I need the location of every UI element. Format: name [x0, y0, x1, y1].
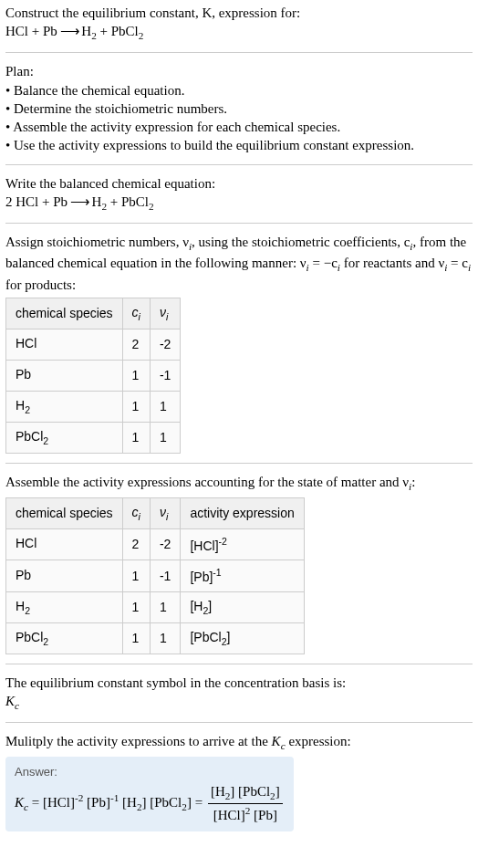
kc-sub: c — [15, 700, 19, 711]
plan-item: • Assemble the activity expression for e… — [5, 118, 473, 136]
assign-text: for reactants and ν — [340, 256, 444, 270]
cell-c: 1 — [122, 622, 150, 654]
table-row: H2 1 1 — [6, 391, 181, 422]
cell-activity: [Pb]-1 — [181, 560, 304, 592]
sub: 2 — [149, 201, 154, 212]
assign-block: Assign stoichiometric numbers, νi, using… — [5, 233, 473, 294]
divider — [5, 223, 473, 224]
sub-i: i — [468, 262, 471, 273]
cell-species: HCl — [6, 528, 123, 560]
cell-v: 1 — [150, 591, 180, 622]
assign-text: = −c — [309, 256, 338, 270]
cell-v: 1 — [150, 422, 180, 453]
cell-species: H2 — [6, 591, 123, 622]
multiply-text: Mulitply the activity expressions to arr… — [5, 734, 272, 748]
eq-text: ] [PbCl — [142, 795, 182, 810]
cell-species: H2 — [6, 391, 123, 422]
fraction-numerator: [H2] [PbCl2] — [208, 782, 283, 804]
balanced-left: 2 HCl + Pb — [5, 194, 68, 209]
cell-species: PbCl2 — [6, 622, 123, 654]
cell-v: 1 — [150, 391, 180, 422]
eq-text: = [HCl] — [28, 795, 75, 810]
cell-activity: [HCl]-2 — [181, 528, 304, 560]
cell-c: 1 — [122, 422, 150, 453]
divider — [5, 164, 473, 165]
col-ci: ci — [122, 298, 150, 329]
plan-block: Plan: • Balance the chemical equation. •… — [5, 62, 473, 154]
table-row: Pb 1 -1 — [6, 360, 181, 391]
col-species: chemical species — [6, 298, 123, 329]
plan-title: Plan: — [5, 62, 473, 80]
table-row: PbCl2 1 1 — [6, 422, 181, 453]
answer-expression: Kc = [HCl]-2 [Pb]-1 [H2] [PbCl2] = [H2] … — [15, 782, 285, 824]
col-species: chemical species — [6, 497, 123, 528]
kc-symbol: K — [5, 694, 15, 708]
sup: -2 — [75, 792, 83, 803]
arrow-icon: ⟶ — [57, 24, 82, 38]
divider — [5, 664, 473, 664]
fraction-denominator: [HCl]2 [Pb] — [208, 804, 283, 824]
assign-text: , using the stoichiometric coefficients,… — [192, 235, 410, 249]
table-row: H2 1 1 [H2] — [6, 591, 305, 622]
plan-item: • Balance the chemical equation. — [5, 81, 473, 99]
balanced-title: Write the balanced chemical equation: — [5, 174, 473, 193]
stoich-table: chemical species ci νi HCl 2 -2 Pb 1 -1 … — [5, 298, 181, 454]
cell-species: Pb — [6, 560, 123, 592]
multiply-block: Mulitply the activity expressions to arr… — [5, 732, 473, 753]
cell-species: PbCl2 — [6, 422, 123, 453]
cell-v: -1 — [150, 560, 180, 592]
cell-c: 1 — [122, 560, 150, 592]
balanced-block: Write the balanced chemical equation: 2 … — [5, 174, 473, 214]
eq-text: [Pb] — [83, 795, 110, 810]
sup: -1 — [110, 792, 119, 803]
cell-c: 1 — [122, 391, 150, 422]
cell-activity: [H2] — [181, 591, 304, 622]
assign-text: = c — [447, 256, 468, 270]
cell-c: 1 — [122, 591, 150, 622]
prompt-eq-h: H — [81, 24, 91, 38]
divider — [5, 463, 473, 464]
activity-table: chemical species ci νi activity expressi… — [5, 497, 305, 654]
table-header-row: chemical species ci νi activity expressi… — [6, 497, 305, 528]
multiply-text: expression: — [286, 734, 351, 748]
fraction: [H2] [PbCl2] [HCl]2 [Pb] — [208, 782, 283, 824]
answer-box: Answer: Kc = [HCl]-2 [Pb]-1 [H2] [PbCl2]… — [5, 757, 294, 831]
col-vi: νi — [150, 497, 180, 528]
prompt-eq-left: HCl + Pb — [5, 24, 57, 38]
cell-v: -2 — [150, 329, 180, 360]
arrow-icon: ⟶ — [68, 194, 92, 209]
table-row: HCl 2 -2 — [6, 329, 181, 360]
prompt-text: Construct the equilibrium constant, K, e… — [5, 5, 300, 20]
sub-2: 2 — [139, 30, 144, 41]
cell-v: 1 — [150, 622, 180, 654]
cell-c: 2 — [122, 329, 150, 360]
plan-item: • Use the activity expressions to build … — [5, 136, 473, 154]
assign-text: for products: — [5, 277, 76, 292]
answer-label: Answer: — [15, 764, 285, 780]
assemble-text: : — [411, 475, 415, 489]
cell-species: Pb — [6, 360, 123, 391]
prompt-line: Construct the equilibrium constant, K, e… — [5, 4, 473, 43]
concbasis-block: The equilibrium constant symbol in the c… — [5, 674, 473, 713]
eq-text: [H — [119, 795, 137, 810]
cell-species: HCl — [6, 329, 123, 360]
balanced-mid: + PbCl — [107, 194, 149, 209]
col-ci: ci — [122, 497, 150, 528]
divider — [5, 52, 473, 53]
cell-v: -1 — [150, 360, 180, 391]
table-row: HCl 2 -2 [HCl]-2 — [6, 528, 305, 560]
concbasis-text: The equilibrium constant symbol in the c… — [5, 674, 473, 692]
cell-c: 2 — [122, 528, 150, 560]
balanced-h: H — [92, 194, 102, 209]
assign-text: Assign stoichiometric numbers, ν — [5, 235, 189, 249]
col-activity: activity expression — [181, 497, 304, 528]
table-row: PbCl2 1 1 [PbCl2] — [6, 622, 305, 654]
assemble-block: Assemble the activity expressions accoun… — [5, 473, 473, 494]
cell-c: 1 — [122, 360, 150, 391]
col-vi: νi — [150, 298, 180, 329]
cell-activity: [PbCl2] — [181, 622, 304, 654]
divider — [5, 722, 473, 723]
table-header-row: chemical species ci νi — [6, 298, 181, 329]
cell-v: -2 — [150, 528, 180, 560]
prompt-eq-pbcl: + PbCl — [97, 24, 139, 38]
